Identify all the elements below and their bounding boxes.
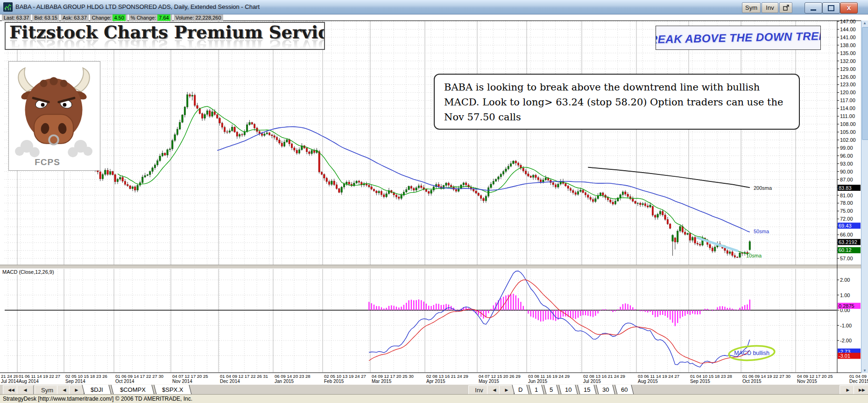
quote-field-volume: Volume:22,228,260 [174, 14, 223, 21]
svg-text:50sma: 50sma [754, 229, 769, 234]
x-axis-month-mar-2015: Mar 2015 [372, 379, 391, 384]
svg-text:200sma: 200sma [754, 185, 772, 191]
x-axis-days-jul-2015: 02 08 13 16 21 24 29 [583, 374, 637, 379]
quote-field-bid: Bid:63.15 [32, 14, 59, 21]
logo-caption: FCPS [9, 157, 86, 167]
svg-text:123.00: 123.00 [840, 82, 856, 87]
x-axis-days-aug-2014: 01 06 11 14 19 22 27 [19, 374, 64, 379]
minimize-icon [811, 9, 816, 11]
x-axis-month-may-2015: May 2015 [479, 379, 499, 384]
tab-dji[interactable]: $DJI [82, 385, 111, 395]
quote-field-ask: Ask:63.37 [61, 14, 89, 21]
svg-text:10sma: 10sma [746, 253, 762, 258]
window-title: BABA - ALIBABA GROUP HLDG LTD SPONSORED … [15, 3, 260, 10]
tab-period-30[interactable]: 30 [596, 385, 615, 395]
scroll-down-icon[interactable]: ▼ [861, 368, 868, 373]
x-axis-days-may-2015: 04 07 12 15 20 26 29 [479, 374, 527, 379]
scroll-up-icon[interactable]: ▲ [861, 21, 868, 25]
inv-button[interactable]: Inv [762, 2, 778, 13]
svg-text:132.00: 132.00 [840, 58, 856, 64]
x-axis-days-jun-2015: 03 08 11 16 19 24 29 [528, 374, 582, 379]
price-macd-chart-canvas[interactable]: 147.00144.00141.00138.00135.00132.00129.… [0, 0, 868, 384]
svg-text:83.83: 83.83 [839, 185, 852, 191]
app-chart-icon [3, 2, 13, 12]
sym-tab-button[interactable]: Sym [35, 385, 60, 395]
restore-icon [828, 5, 834, 11]
tab-period-10[interactable]: 10 [558, 385, 578, 395]
x-axis-month-jan-2015: Jan 2015 [275, 379, 294, 384]
x-axis-days-nov-2015: 04 09 12 17 20 25 [797, 374, 848, 379]
close-button[interactable]: X [840, 2, 858, 14]
sym-button[interactable]: Sym [742, 2, 761, 13]
tab-period-5[interactable]: 5 [543, 385, 559, 395]
x-axis-month-aug-2014: Aug 2014 [19, 379, 39, 384]
popout-button[interactable] [779, 2, 792, 13]
svg-text:63.2192: 63.2192 [839, 239, 857, 245]
svg-text:78.00: 78.00 [840, 200, 853, 206]
x-axis-month-nov-2015: Nov 2015 [797, 379, 817, 384]
quote-field-change: % Change:7.64 [129, 14, 172, 21]
x-axis-days-jan-2015: 06 09 14 20 23 28 [275, 374, 323, 379]
tab-period-15[interactable]: 15 [577, 385, 596, 395]
svg-text:141.00: 141.00 [840, 35, 856, 40]
x-axis-month-jun-2015: Jun 2015 [528, 379, 547, 384]
vertical-scrollbar[interactable]: ▲ ▼ [861, 21, 868, 373]
tab-spx-x[interactable]: $SPX.X [154, 385, 191, 395]
status-bar: StrategyDesk [http://www.tdameritrade.co… [0, 394, 868, 403]
x-axis-days-dec-2015: 01 04 09 [849, 374, 867, 379]
x-axis-month-feb-2015: Feb 2015 [324, 379, 344, 384]
x-axis-month-dec-2015: Dec 2015 [849, 379, 868, 384]
x-axis-month-aug-2015: Aug 2015 [638, 379, 658, 384]
svg-text:126.00: 126.00 [840, 74, 856, 80]
x-axis-month-jul-2014: Jul 2014 [1, 379, 19, 384]
restore-button[interactable] [822, 2, 840, 14]
svg-text:147.00: 147.00 [840, 19, 856, 24]
x-axis-month-sep-2014: Sep 2014 [65, 379, 85, 384]
tab-period-1[interactable]: 1 [529, 385, 544, 395]
interval-next-button[interactable]: ▶ [499, 385, 514, 395]
svg-text:117.00: 117.00 [840, 97, 855, 103]
svg-text:90.00: 90.00 [840, 169, 853, 174]
close-icon: X [847, 5, 851, 12]
svg-text:138.00: 138.00 [840, 42, 856, 48]
bull-icon [9, 62, 99, 157]
svg-text:2.00: 2.00 [840, 277, 850, 283]
x-axis-days-feb-2015: 02 05 10 13 19 24 27 [324, 374, 371, 379]
svg-text:114.00: 114.00 [840, 105, 855, 111]
x-axis-month-sep-2015: Sep 2015 [690, 379, 710, 384]
x-axis-days-mar-2015: 04 09 12 17 20 25 30 [372, 374, 425, 379]
svg-text:-2.00: -2.00 [840, 338, 852, 343]
break-annotation-box: BREAK ABOVE THE DOWN TREND [656, 26, 821, 50]
popout-icon [783, 5, 789, 11]
svg-text:144.00: 144.00 [840, 27, 856, 32]
svg-text:1.00: 1.00 [840, 292, 850, 298]
svg-text:120.00: 120.00 [840, 90, 856, 95]
fitzstock-banner-reflection: Fitzstock Charts Premium Service [9, 38, 324, 50]
svg-text:111.00: 111.00 [840, 113, 855, 119]
svg-text:60.12: 60.12 [839, 247, 852, 253]
svg-text:69.43: 69.43 [839, 223, 852, 229]
scrollbar-thumb[interactable] [862, 27, 868, 140]
strategydesk-window: 147.00144.00141.00138.00135.00132.00129.… [0, 0, 868, 403]
x-axis-month-dec-2014: Dec 2014 [220, 379, 240, 384]
svg-text:-1.00: -1.00 [840, 323, 852, 328]
title-bar: BABA - ALIBABA GROUP HLDG LTD SPONSORED … [0, 0, 868, 14]
svg-text:-3.01: -3.01 [839, 353, 850, 359]
tab-compx[interactable]: $COMPX [111, 385, 154, 395]
symbol-next-button[interactable]: ▶ [69, 385, 84, 395]
sma200-line [588, 167, 750, 188]
svg-text:135.00: 135.00 [840, 50, 856, 56]
svg-text:87.00: 87.00 [840, 177, 853, 182]
x-axis-days-sep-2015: 01 04 10 15 18 23 28 [690, 374, 741, 379]
tab-period-d[interactable]: D [512, 385, 529, 395]
bottom-toolbar: ◀◀◀Sym◀▶$DJI$COMPX$SPX.XInv◀▶D1510153060… [0, 384, 868, 395]
tab-period-60[interactable]: 60 [614, 385, 634, 395]
x-axis-days-apr-2015: 02 08 13 16 21 24 29 [426, 374, 478, 379]
svg-text:105.00: 105.00 [840, 129, 856, 135]
x-axis-days-dec-2014: 01 04 09 12 17 22 26 31 [220, 374, 274, 379]
scroll-far-right-button[interactable]: ▶▶ [854, 385, 868, 395]
svg-text:93.00: 93.00 [840, 161, 853, 167]
macd-line [369, 271, 750, 367]
scroll-left-button[interactable]: ◀ [17, 385, 34, 395]
minimize-button[interactable] [804, 2, 822, 14]
